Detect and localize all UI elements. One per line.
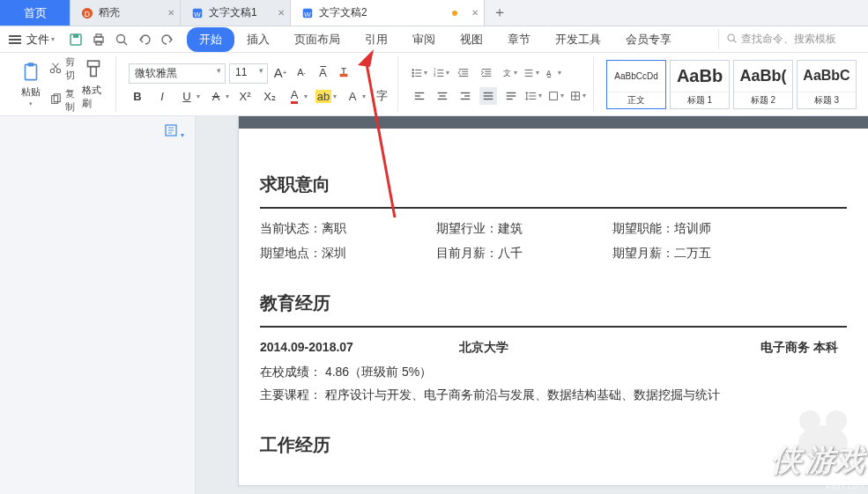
bold-button[interactable]: B <box>129 87 146 105</box>
subscript-button[interactable]: X₂ <box>261 87 278 105</box>
svg-rect-25 <box>340 74 348 77</box>
svg-text:W: W <box>194 10 201 18</box>
shading-button[interactable]: ▾ <box>547 90 564 102</box>
svg-point-28 <box>412 69 413 70</box>
menutab-references[interactable]: 引用 <box>352 27 400 52</box>
tab-doc1[interactable]: W 文字文稿1 ✕ <box>181 0 291 26</box>
menutab-review[interactable]: 审阅 <box>400 27 448 52</box>
new-tab-button[interactable]: ＋ <box>485 0 515 26</box>
section-title: 教育经历 <box>260 291 847 315</box>
style-heading2[interactable]: AaBb( 标题 2 <box>733 60 793 109</box>
style-heading3[interactable]: AaBbC 标题 3 <box>797 60 857 109</box>
ribbon-styles: AaBbCcDd 正文 AaBb 标题 1 AaBb( 标题 2 AaBbC 标… <box>599 56 864 112</box>
svg-text:D: D <box>85 9 90 18</box>
svg-rect-10 <box>96 41 101 45</box>
asian-spacing-button[interactable]: ▾ <box>523 67 539 79</box>
redo-icon[interactable] <box>160 33 174 47</box>
document-area: ▾ 求职意向 当前状态：离职 期望行业：建筑 期望职能：培训师 期望地点：深圳 … <box>0 116 868 494</box>
paste-icon <box>19 61 42 84</box>
increase-indent-button[interactable] <box>478 64 495 82</box>
align-justify-button[interactable] <box>479 87 497 105</box>
copy-button[interactable]: 复制 <box>49 87 75 114</box>
decrease-indent-button[interactable] <box>455 64 472 82</box>
menutab-pagelayout[interactable]: 页面布局 <box>282 27 352 52</box>
menutab-chapter[interactable]: 章节 <box>495 27 543 52</box>
align-right-button[interactable] <box>456 87 474 105</box>
char-shading-button[interactable]: A▾ <box>344 87 366 105</box>
svg-rect-15 <box>26 64 37 79</box>
nav-pane-icon[interactable]: ▾ <box>164 123 184 140</box>
tab-home[interactable]: 首页 <box>0 0 70 26</box>
line-spacing-button[interactable]: ▾ <box>525 90 542 102</box>
close-icon[interactable]: ✕ <box>278 8 285 18</box>
daoke-icon: D <box>81 7 93 19</box>
edu-courses: 主要课程： 程序设计与开发、电子商务前沿与发展、数据结构基础、数据挖掘与统计 <box>260 387 847 403</box>
word-doc-icon: W <box>191 7 204 19</box>
tab-doc2[interactable]: W 文字文稿2 ✕ <box>291 0 485 26</box>
svg-line-14 <box>733 40 736 42</box>
align-distribute-button[interactable] <box>502 87 520 105</box>
undo-icon[interactable] <box>137 33 152 47</box>
svg-point-30 <box>412 71 413 73</box>
section-divider <box>260 207 847 209</box>
info-row: 期望地点：深圳 目前月薪：八千 期望月薪：二万五 <box>260 246 847 262</box>
paste-label: 粘贴 <box>21 85 41 99</box>
italic-button[interactable]: I <box>153 87 171 105</box>
numbering-button[interactable]: 123▾ <box>433 67 449 79</box>
font-color-button[interactable]: A▾ <box>286 87 308 105</box>
svg-text:3: 3 <box>434 73 436 77</box>
svg-line-20 <box>53 63 58 69</box>
superscript-button[interactable]: X² <box>236 87 254 105</box>
borders-button[interactable]: ▾ <box>569 90 586 102</box>
close-icon[interactable]: ✕ <box>471 8 479 18</box>
search-placeholder: 查找命令、搜索模板 <box>741 32 836 47</box>
tab-label: 文字文稿2 <box>319 5 367 20</box>
font-name-select[interactable]: 微软雅黑 <box>129 63 226 84</box>
document-page[interactable]: 求职意向 当前状态：离职 期望行业：建筑 期望职能：培训师 期望地点：深圳 目前… <box>238 116 868 486</box>
cut-button[interactable]: 剪切 <box>49 55 75 82</box>
menutab-devtools[interactable]: 开发工具 <box>543 27 613 52</box>
align-left-button[interactable] <box>411 87 428 105</box>
close-icon[interactable]: ✕ <box>167 8 174 18</box>
paste-button[interactable]: 粘贴 ▾ <box>16 57 46 111</box>
tab-label: 文字文稿1 <box>209 5 257 20</box>
underline-button[interactable]: U▾ <box>178 87 200 105</box>
decrease-font-button[interactable]: A- <box>293 63 310 81</box>
format-painter-button[interactable]: 格式刷 <box>78 55 108 114</box>
menutab-insert[interactable]: 插入 <box>234 27 282 52</box>
ribbon-font: 微软雅黑 11 A+ A- A̅ B I U▾ A▾ X² X₂ A▾ ab▾ … <box>122 56 398 112</box>
svg-point-17 <box>50 69 54 72</box>
print-icon[interactable] <box>92 33 106 47</box>
menutab-view[interactable]: 视图 <box>448 27 495 52</box>
doc-header-bar <box>239 116 868 129</box>
save-icon[interactable] <box>69 33 83 47</box>
bullets-button[interactable]: ▾ <box>411 67 427 79</box>
tab-char-button[interactable]: A̲▾ <box>545 67 561 79</box>
search-input[interactable]: 查找命令、搜索模板 <box>718 29 859 49</box>
preview-icon[interactable] <box>115 33 129 47</box>
section-title: 求职意向 <box>260 173 847 196</box>
font-size-select[interactable]: 11 <box>229 63 268 84</box>
menu-bar: 文件 ▾ 开始 插入 页面布局 引用 审阅 视图 章节 开发工具 会员专享 查找… <box>0 26 868 53</box>
clear-format-button[interactable] <box>335 63 352 81</box>
cut-label: 剪切 <box>65 55 75 82</box>
svg-rect-23 <box>88 61 100 67</box>
ribbon-toolbar: 粘贴 ▾ 剪切 复制 格式刷 微软雅黑 11 A+ A- A̅ <box>0 53 868 116</box>
highlight-button[interactable]: ab▾ <box>315 87 337 105</box>
tab-daoke[interactable]: D 稻壳 ✕ <box>70 0 181 26</box>
file-menu[interactable]: 文件 ▾ <box>26 32 55 48</box>
svg-rect-71 <box>550 92 558 100</box>
menutab-member[interactable]: 会员专享 <box>613 27 684 52</box>
strikethrough-button[interactable]: A▾ <box>207 87 229 105</box>
align-center-button[interactable] <box>434 87 451 105</box>
char-styling-button[interactable]: 字 <box>373 87 390 105</box>
style-heading1[interactable]: AaBb 标题 1 <box>670 60 730 109</box>
style-normal[interactable]: AaBbCcDd 正文 <box>606 60 666 109</box>
ribbon-clipboard: 粘贴 ▾ 剪切 复制 格式刷 <box>9 56 116 112</box>
hamburger-icon[interactable] <box>9 35 21 44</box>
increase-font-button[interactable]: A+ <box>271 63 289 81</box>
menutab-start[interactable]: 开始 <box>187 27 234 52</box>
text-direction-button[interactable]: 文▾ <box>501 67 517 79</box>
search-icon <box>726 33 738 47</box>
change-case-button[interactable]: A̅ <box>314 63 331 81</box>
